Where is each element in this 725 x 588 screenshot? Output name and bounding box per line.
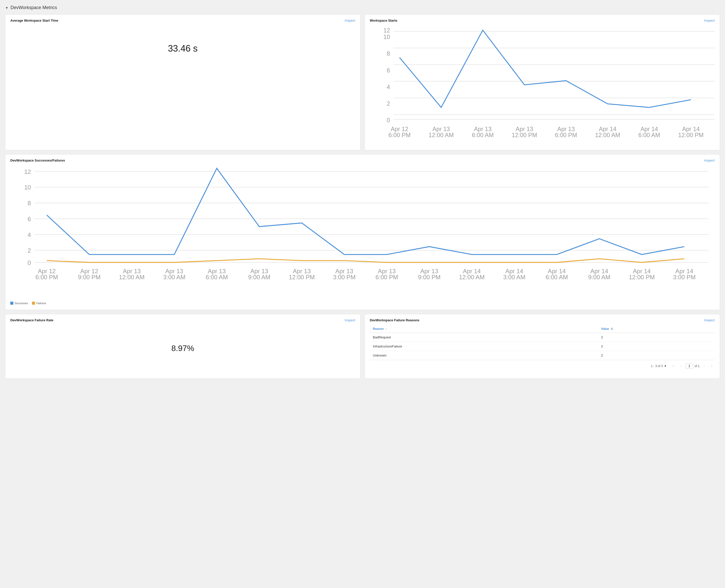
legend-successes: Successes [10, 302, 28, 305]
col-reason-label: Reason [373, 327, 384, 331]
successes-legend-label: Successes [15, 302, 28, 305]
successes-failures-title: DevWorkspace Successes/Failures [10, 159, 715, 162]
successes-failures-inspect[interactable]: Inspect [704, 159, 715, 162]
collapse-icon[interactable]: ▼ [5, 6, 8, 10]
successes-failures-svg: 0 2 4 6 8 10 12 Apr 12 6:00 PM Apr 12 9:… [10, 165, 715, 299]
avg-start-time-title: Average Workspace Start Time [10, 19, 355, 22]
svg-text:8: 8 [28, 200, 31, 207]
svg-text:Apr 13: Apr 13 [420, 268, 438, 275]
svg-text:Apr 13: Apr 13 [378, 268, 396, 275]
cell-reason: InfrastructureFailure [370, 342, 598, 351]
svg-text:2: 2 [387, 100, 390, 107]
svg-text:Apr 13: Apr 13 [165, 268, 183, 275]
svg-text:3:00 AM: 3:00 AM [163, 274, 185, 281]
avg-start-time-inspect[interactable]: Inspect [345, 19, 355, 22]
of-label: of 1 [694, 364, 700, 368]
table-row: Unknown2 [370, 351, 715, 360]
table-row: InfrastructureFailure2 [370, 342, 715, 351]
svg-text:Apr 14: Apr 14 [590, 268, 608, 275]
failure-rate-panel: DevWorkspace Failure Rate Inspect 8.97% [5, 314, 361, 379]
last-page-btn[interactable]: » [709, 363, 715, 369]
successes-line [47, 168, 684, 255]
svg-text:12:00 PM: 12:00 PM [512, 132, 537, 139]
col-reason[interactable]: Reason ↑ [370, 325, 598, 333]
failures-line [47, 259, 684, 262]
svg-text:4: 4 [387, 84, 390, 90]
svg-text:6:00 AM: 6:00 AM [206, 274, 228, 281]
svg-text:9:00 PM: 9:00 PM [418, 274, 441, 281]
svg-text:6:00 PM: 6:00 PM [376, 274, 398, 281]
svg-text:12: 12 [383, 27, 390, 34]
svg-text:Apr 13: Apr 13 [474, 126, 492, 132]
value-sort-icon: ⇅ [611, 327, 613, 331]
failure-reasons-panel: DevWorkspace Failure Reasons Inspect Rea… [364, 314, 720, 379]
svg-text:Apr 12: Apr 12 [38, 268, 56, 275]
col-value[interactable]: Value ⇅ [598, 325, 715, 333]
cell-value: 2 [598, 351, 715, 360]
svg-text:9:00 AM: 9:00 AM [588, 274, 610, 281]
svg-text:12: 12 [24, 168, 31, 175]
page-title: DevWorkspace Metrics [11, 5, 57, 10]
svg-text:Apr 13: Apr 13 [432, 126, 450, 132]
svg-text:Apr 14: Apr 14 [548, 268, 566, 275]
next-page-btn[interactable]: › [701, 363, 707, 369]
svg-text:6:00 AM: 6:00 AM [639, 132, 660, 139]
svg-text:Apr 14: Apr 14 [599, 126, 617, 132]
prev-page-btn[interactable]: ‹ [678, 363, 684, 369]
svg-text:10: 10 [383, 34, 390, 40]
failure-reasons-table-container: Reason ↑ Value ⇅ BadRequest2Infrastructu… [370, 325, 715, 369]
svg-text:3:00 AM: 3:00 AM [503, 274, 525, 281]
svg-text:Apr 13: Apr 13 [250, 268, 268, 275]
pagination-range[interactable]: 1 - 3 of 3 ▼ [651, 364, 667, 368]
page-header: ▼ DevWorkspace Metrics [5, 5, 720, 10]
svg-text:Apr 13: Apr 13 [335, 268, 353, 275]
svg-text:0: 0 [387, 117, 390, 124]
failure-rate-stat-container: 8.97% [10, 323, 355, 373]
cell-value: 2 [598, 342, 715, 351]
svg-text:6:00 PM: 6:00 PM [36, 274, 58, 281]
svg-text:6: 6 [387, 67, 390, 74]
workspace-starts-title: Workspace Starts [370, 19, 715, 22]
svg-text:4: 4 [28, 231, 31, 238]
svg-text:6:00 PM: 6:00 PM [555, 132, 577, 139]
svg-text:Apr 13: Apr 13 [208, 268, 226, 275]
cell-reason: BadRequest [370, 333, 598, 342]
table-row: BadRequest2 [370, 333, 715, 342]
svg-text:Apr 13: Apr 13 [123, 268, 141, 275]
svg-text:12:00 AM: 12:00 AM [119, 274, 145, 281]
page-input[interactable] [685, 363, 693, 369]
svg-text:12:00 AM: 12:00 AM [429, 132, 454, 139]
svg-text:6:00 AM: 6:00 AM [472, 132, 494, 139]
failure-rate-value: 8.97% [172, 344, 194, 353]
svg-text:10: 10 [24, 184, 31, 191]
avg-start-time-value: 33.46 s [10, 23, 355, 74]
cell-reason: Unknown [370, 351, 598, 360]
table-header-row: Reason ↑ Value ⇅ [370, 325, 715, 333]
svg-text:12:00 AM: 12:00 AM [459, 274, 485, 281]
failure-rate-inspect[interactable]: Inspect [345, 318, 355, 322]
chart-legend: Successes Failures [10, 302, 715, 305]
svg-text:Apr 14: Apr 14 [676, 268, 693, 275]
svg-text:9:00 PM: 9:00 PM [78, 274, 101, 281]
failures-legend-dot [32, 302, 35, 305]
svg-text:Apr 14: Apr 14 [505, 268, 523, 275]
workspace-starts-panel: Workspace Starts Inspect 0 2 4 6 [364, 14, 720, 150]
svg-text:12:00 PM: 12:00 PM [678, 132, 704, 139]
row-1: Average Workspace Start Time Inspect 33.… [5, 14, 720, 150]
first-page-btn[interactable]: « [670, 363, 677, 369]
svg-text:3:00 PM: 3:00 PM [673, 274, 696, 281]
workspace-starts-inspect[interactable]: Inspect [704, 19, 715, 22]
svg-text:6: 6 [28, 216, 31, 223]
svg-text:12:00 PM: 12:00 PM [289, 274, 315, 281]
failure-reasons-inspect[interactable]: Inspect [704, 318, 715, 322]
failure-reasons-table: Reason ↑ Value ⇅ BadRequest2Infrastructu… [370, 325, 715, 360]
failure-reasons-title: DevWorkspace Failure Reasons [370, 318, 715, 322]
dashboard-grid: Average Workspace Start Time Inspect 33.… [5, 14, 720, 379]
svg-text:Apr 14: Apr 14 [633, 268, 651, 275]
col-value-label: Value [601, 327, 609, 331]
svg-text:12:00 PM: 12:00 PM [629, 274, 655, 281]
successes-failures-chart: 0 2 4 6 8 10 12 Apr 12 6:00 PM Apr 12 9:… [10, 165, 715, 305]
svg-text:Apr 13: Apr 13 [293, 268, 311, 275]
svg-text:Apr 14: Apr 14 [682, 126, 700, 132]
failure-rate-title: DevWorkspace Failure Rate [10, 318, 355, 322]
